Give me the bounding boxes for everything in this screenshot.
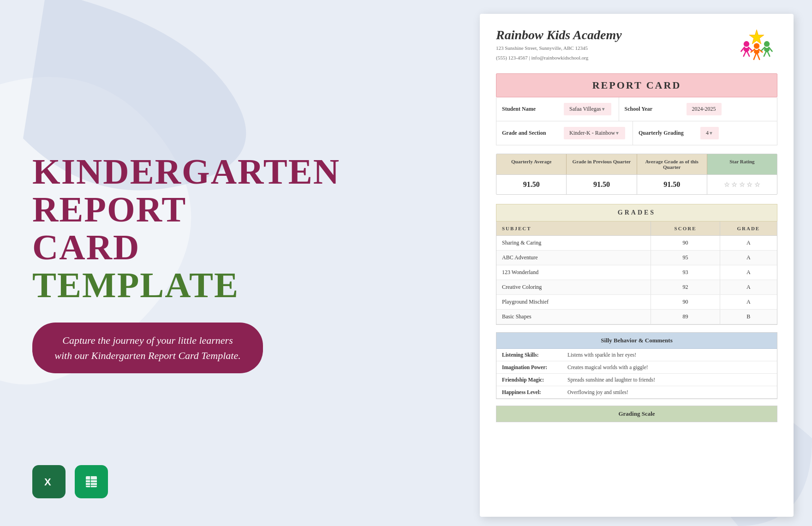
svg-point-19 xyxy=(764,41,770,47)
comment-label: Happiness Level: xyxy=(502,389,562,395)
comment-row: Happiness Level: Overflowing joy and smi… xyxy=(496,386,777,399)
subject-name: Creative Coloring xyxy=(496,280,651,294)
comment-value: Creates magical worlds with a giggle! xyxy=(567,365,648,370)
student-label: Student Name xyxy=(502,106,562,113)
grade-section-value: Kinder-K - Rainbow ▼ xyxy=(564,127,625,139)
subject-grade: A xyxy=(720,280,777,294)
grades-row: Sharing & Caring 90 A xyxy=(496,236,777,251)
summary-col4-header: Star Rating xyxy=(707,154,777,174)
subject-name: Sharing & Caring xyxy=(496,236,651,250)
subject-score: 92 xyxy=(651,280,719,294)
svg-point-14 xyxy=(754,43,759,49)
title-line3: TEMPLATE xyxy=(32,265,239,305)
comment-label: Friendship Magic: xyxy=(502,377,562,383)
grading-scale-header: Grading Scale xyxy=(496,406,777,422)
subject-score: 95 xyxy=(651,251,719,265)
school-info: Rainbow Kids Academy 123 Sunshine Street… xyxy=(496,28,622,61)
school-header: Rainbow Kids Academy 123 Sunshine Street… xyxy=(496,28,777,64)
summary-col3-header: Average Grade as of this Quarter xyxy=(637,154,707,174)
subject-name: ABC Adventure xyxy=(496,251,651,265)
svg-marker-8 xyxy=(749,30,764,44)
grade-section-cell: Grade and Section Kinder-K - Rainbow ▼ xyxy=(496,121,633,145)
student-dropdown-arrow[interactable]: ▼ xyxy=(601,107,606,112)
school-year-value: 2024-2025 xyxy=(687,103,722,115)
subject-grade: A xyxy=(720,236,777,250)
summary-table: Quarterly Average Grade in Previous Quar… xyxy=(496,154,777,195)
grade-dropdown-arrow[interactable]: ▼ xyxy=(615,131,620,136)
grades-row: ABC Adventure 95 A xyxy=(496,251,777,265)
excel-icon[interactable]: X xyxy=(32,465,66,498)
school-address-line2: (555) 123-4567 | info@rainbowkidschool.o… xyxy=(496,54,622,62)
subject-header: SUBJECT xyxy=(496,221,651,235)
comment-value: Overflowing joy and smiles! xyxy=(567,389,628,395)
school-name: Rainbow Kids Academy xyxy=(496,28,622,42)
subject-name: Playground Mischief xyxy=(496,295,651,309)
grades-title-box: GRADES xyxy=(496,204,777,221)
info-row-grade: Grade and Section Kinder-K - Rainbow ▼ Q… xyxy=(496,121,777,145)
info-row-student: Student Name Safaa Villegas ▼ School Yea… xyxy=(496,97,777,121)
grades-table: SUBJECT SCORE GRADE Sharing & Caring 90 … xyxy=(496,221,777,325)
school-address-line1: 123 Sunshine Street, Sunnyville, ABC 123… xyxy=(496,44,622,52)
report-card-title: REPORT CARD xyxy=(502,79,771,91)
subject-name: Basic Shapes xyxy=(496,310,651,324)
grade-section-label: Grade and Section xyxy=(502,130,562,137)
comments-rows: Listening Skills: Listens with sparkle i… xyxy=(496,349,777,399)
sheets-icon[interactable] xyxy=(75,465,108,498)
student-label-cell: Student Name Safaa Villegas ▼ xyxy=(496,97,619,121)
subject-grade: B xyxy=(720,310,777,324)
quarterly-grading-cell: Quarterly Grading 4 ▼ xyxy=(633,121,726,145)
summary-col3-value: 91.50 xyxy=(637,175,707,194)
subject-score: 90 xyxy=(651,295,719,309)
grading-scale-section: Grading Scale xyxy=(496,406,777,422)
subtitle-text: Capture the journey of your little learn… xyxy=(49,333,246,363)
grades-header-row: SUBJECT SCORE GRADE xyxy=(496,221,777,236)
summary-col1-value: 91.50 xyxy=(496,175,567,194)
comment-label: Listening Skills: xyxy=(502,352,562,358)
quarterly-grading-value: 4 ▼ xyxy=(700,127,719,139)
summary-col2-value: 91.50 xyxy=(567,175,637,194)
comment-value: Listens with sparkle in her eyes! xyxy=(567,352,636,358)
subject-score: 89 xyxy=(651,310,719,324)
grades-section-title: GRADES xyxy=(501,209,772,216)
svg-point-9 xyxy=(744,41,749,47)
subtitle-box: Capture the journey of your little learn… xyxy=(32,323,263,373)
main-title: KINDERGARTEN REPORT CARD TEMPLATE xyxy=(32,153,263,304)
quarterly-grading-label: Quarterly Grading xyxy=(639,130,699,137)
quarterly-dropdown-arrow[interactable]: ▼ xyxy=(709,131,713,136)
svg-text:X: X xyxy=(44,476,51,488)
subject-name: 123 Wonderland xyxy=(496,265,651,280)
icons-row: X xyxy=(32,465,108,498)
subject-grade: A xyxy=(720,295,777,309)
comment-row: Imagination Power: Creates magical world… xyxy=(496,361,777,374)
school-year-label: School Year xyxy=(625,106,685,113)
comment-row: Listening Skills: Listens with sparkle i… xyxy=(496,349,777,361)
school-logo xyxy=(736,28,777,64)
school-year-cell: School Year 2024-2025 xyxy=(619,97,729,121)
subject-grade: A xyxy=(720,265,777,280)
summary-col1-header: Quarterly Average xyxy=(496,154,567,174)
subject-score: 93 xyxy=(651,265,719,280)
comment-label: Imagination Power: xyxy=(502,365,562,370)
title-line2: REPORT CARD xyxy=(32,189,186,267)
report-card-document: Rainbow Kids Academy 123 Sunshine Street… xyxy=(480,14,794,517)
grade-header: GRADE xyxy=(720,221,777,235)
student-value: Safaa Villegas ▼ xyxy=(564,103,611,115)
summary-col2-header: Grade in Previous Quarter xyxy=(567,154,637,174)
comment-value: Spreads sunshine and laughter to friends… xyxy=(567,377,655,383)
grades-row: 123 Wonderland 93 A xyxy=(496,265,777,280)
grades-row: Playground Mischief 90 A xyxy=(496,295,777,310)
grades-section: GRADES SUBJECT SCORE GRADE Sharing & Car… xyxy=(496,204,777,325)
summary-col4-value: ☆ ☆ ☆ ☆ ☆ xyxy=(707,175,777,194)
comments-header: Silly Behavior & Comments xyxy=(496,333,777,349)
comment-row: Friendship Magic: Spreads sunshine and l… xyxy=(496,374,777,386)
grades-row: Creative Coloring 92 A xyxy=(496,280,777,295)
grades-row: Basic Shapes 89 B xyxy=(496,310,777,324)
info-grid: Student Name Safaa Villegas ▼ School Yea… xyxy=(496,97,777,145)
left-panel: KINDERGARTEN REPORT CARD TEMPLATE Captur… xyxy=(0,0,295,526)
summary-header-row: Quarterly Average Grade in Previous Quar… xyxy=(496,154,777,174)
summary-data-row: 91.50 91.50 91.50 ☆ ☆ ☆ ☆ ☆ xyxy=(496,174,777,194)
title-line1: KINDERGARTEN xyxy=(32,151,340,191)
score-header: SCORE xyxy=(651,221,719,235)
report-card-title-box: REPORT CARD xyxy=(496,73,777,97)
grades-rows: Sharing & Caring 90 A ABC Adventure 95 A… xyxy=(496,236,777,324)
